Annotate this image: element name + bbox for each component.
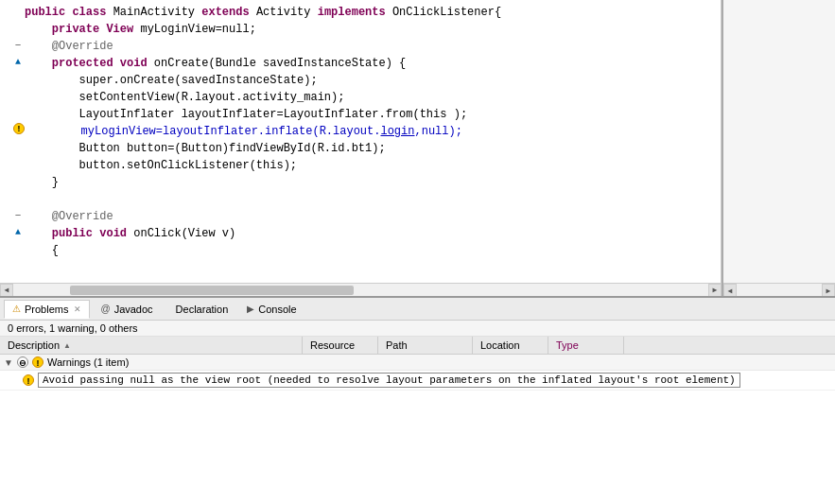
code-line-10: button.setOnClickListener(this); xyxy=(8,157,721,174)
code-text-14: public void onClick(View v) xyxy=(25,225,717,242)
code-line-12 xyxy=(8,191,721,208)
gutter-icon-4[interactable]: ▲ xyxy=(11,55,25,69)
code-line-5: super.onCreate(savedInstanceState); xyxy=(8,72,721,89)
right-scroll-track[interactable] xyxy=(737,284,822,296)
code-line-13: − @Override xyxy=(8,208,721,225)
code-text-1: public class MainActivity extends Activi… xyxy=(25,4,717,21)
code-text-4: protected void onCreate(Bundle savedInst… xyxy=(25,55,717,72)
tab-problems[interactable]: ⚠ Problems ✕ xyxy=(4,300,90,319)
th-type[interactable]: Type xyxy=(548,337,624,354)
console-icon: ▶ xyxy=(247,304,254,314)
gutter-icon-13[interactable]: − xyxy=(11,208,25,224)
code-line-8: ! myLoginView=layoutInflater.inflate(R.l… xyxy=(8,123,721,140)
tab-console-label: Console xyxy=(258,304,296,315)
code-text-6: setContentView(R.layout.activity_main); xyxy=(25,89,717,106)
tab-javadoc-label: Javadoc xyxy=(114,304,153,315)
scroll-right-btn[interactable]: ▶ xyxy=(708,284,722,297)
th-location[interactable]: Location xyxy=(473,337,548,354)
tab-problems-close[interactable]: ✕ xyxy=(74,304,81,314)
right-h-scrollbar[interactable]: ◀ ▶ xyxy=(723,283,835,296)
panel-status: 0 errors, 1 warning, 0 others xyxy=(0,321,835,337)
right-pane: ◀ ▶ xyxy=(722,0,835,296)
status-text: 0 errors, 1 warning, 0 others xyxy=(8,322,138,334)
h-scrollbar-thumb[interactable] xyxy=(70,286,354,295)
javadoc-icon: @ xyxy=(100,304,110,314)
table-header: Description ▲ Resource Path Location Typ… xyxy=(0,337,835,355)
code-text-9: Button button=(Button)findViewById(R.id.… xyxy=(25,140,717,157)
code-line-9: Button button=(Button)findViewById(R.id.… xyxy=(8,140,721,157)
th-resource-label: Resource xyxy=(310,339,355,351)
code-text-2: private View myLoginView=null; xyxy=(25,21,717,38)
problems-table: Description ▲ Resource Path Location Typ… xyxy=(0,337,835,504)
problems-icon: ⚠ xyxy=(12,304,21,314)
th-type-label: Type xyxy=(556,339,579,351)
group-row-warnings[interactable]: ▼ ⊖ ! Warnings (1 item) xyxy=(0,355,835,371)
sort-arrow-description: ▲ xyxy=(63,341,71,350)
error-count-icon: ⊖ xyxy=(17,356,28,368)
h-scrollbar[interactable]: ◀ ▶ xyxy=(0,283,722,296)
th-path-label: Path xyxy=(386,339,408,351)
code-line-14: ▲ public void onClick(View v) xyxy=(8,225,721,242)
code-text-11: } xyxy=(25,174,717,191)
code-text-15: { xyxy=(25,242,717,259)
code-line-1: public class MainActivity extends Activi… xyxy=(8,4,721,21)
gutter-icon-8: ! xyxy=(11,123,26,134)
warning-item-text: Avoid passing null as the view root (nee… xyxy=(38,373,740,388)
code-line-3: − @Override xyxy=(8,38,721,55)
code-text-8: myLoginView=layoutInflater.inflate(R.lay… xyxy=(26,123,717,140)
left-pane: public class MainActivity extends Activi… xyxy=(0,0,722,296)
expand-warnings-icon[interactable]: ▼ xyxy=(4,357,13,368)
code-text-12 xyxy=(25,191,717,208)
code-line-15: { xyxy=(8,242,721,259)
scroll-left-btn[interactable]: ◀ xyxy=(0,284,13,297)
tab-javadoc[interactable]: @ Javadoc xyxy=(92,300,161,319)
editor-area: public class MainActivity extends Activi… xyxy=(0,0,835,296)
code-text-7: LayoutInflater layoutInflater=LayoutInfl… xyxy=(25,106,717,123)
th-description[interactable]: Description ▲ xyxy=(0,337,303,354)
panel-tabs: ⚠ Problems ✕ @ Javadoc Declaration ▶ Con… xyxy=(0,298,835,321)
bottom-panel: ⚠ Problems ✕ @ Javadoc Declaration ▶ Con… xyxy=(0,296,835,504)
code-line-2: private View myLoginView=null; xyxy=(8,21,721,38)
right-scroll-right[interactable]: ▶ xyxy=(822,284,835,296)
code-text-13: @Override xyxy=(25,208,717,225)
code-line-11: } xyxy=(8,174,721,191)
h-scrollbar-track[interactable] xyxy=(13,284,708,296)
warning-group-icon: ! xyxy=(32,356,43,368)
code-text-5: super.onCreate(savedInstanceState); xyxy=(25,72,717,89)
right-pane-content xyxy=(723,0,835,283)
th-location-label: Location xyxy=(480,339,520,351)
code-pane: public class MainActivity extends Activi… xyxy=(0,0,722,283)
code-text-3: @Override xyxy=(25,38,717,55)
tab-declaration-label: Declaration xyxy=(176,304,229,315)
code-line-4: ▲ protected void onCreate(Bundle savedIn… xyxy=(8,55,721,72)
th-path[interactable]: Path xyxy=(378,337,473,354)
table-body: ▼ ⊖ ! Warnings (1 item) ! Avoid passing … xyxy=(0,355,835,391)
warning-item-row[interactable]: ! Avoid passing null as the view root (n… xyxy=(0,371,835,391)
tab-problems-label: Problems xyxy=(25,304,68,315)
tab-console[interactable]: ▶ Console xyxy=(238,300,304,319)
th-description-label: Description xyxy=(8,339,60,351)
code-text-10: button.setOnClickListener(this); xyxy=(25,157,717,174)
warning-item-icon: ! xyxy=(23,374,34,386)
th-resource[interactable]: Resource xyxy=(303,337,378,354)
warnings-group-label: Warnings (1 item) xyxy=(47,356,129,368)
right-scroll-left[interactable]: ◀ xyxy=(723,284,737,296)
tab-declaration[interactable]: Declaration xyxy=(164,300,237,319)
code-line-6: setContentView(R.layout.activity_main); xyxy=(8,89,721,106)
gutter-icon-14[interactable]: ▲ xyxy=(11,225,25,239)
code-content: public class MainActivity extends Activi… xyxy=(0,0,721,263)
warning-icon: ! xyxy=(13,123,25,134)
code-line-7: LayoutInflater layoutInflater=LayoutInfl… xyxy=(8,106,721,123)
gutter-icon-3[interactable]: − xyxy=(11,38,25,54)
